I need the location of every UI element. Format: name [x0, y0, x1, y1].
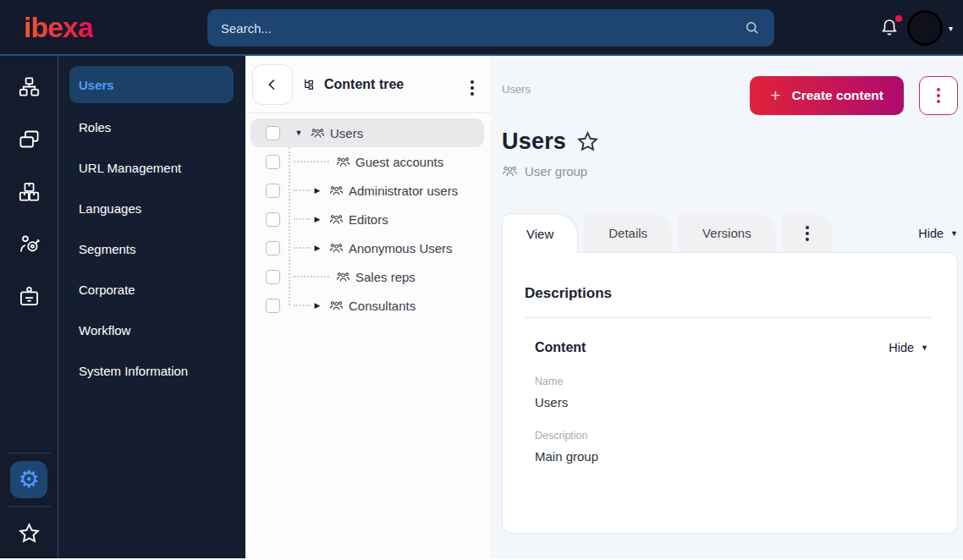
expand-caret-icon[interactable]: ▶	[312, 244, 322, 252]
tree-guide-line	[294, 276, 329, 277]
section-hide-toggle[interactable]: Hide ▼	[889, 341, 928, 354]
content-tree-header: Content tree	[245, 56, 491, 113]
tree-item[interactable]: Sales reps	[250, 262, 484, 291]
expand-caret-icon[interactable]: ▶	[312, 215, 322, 223]
user-group-icon	[329, 184, 344, 198]
tree-item[interactable]: ▶Anonymous Users	[250, 233, 484, 262]
tree-item-checkbox[interactable]	[266, 299, 280, 313]
topbar: ibexa ▾	[0, 0, 963, 56]
admin-menu: UsersRolesURL ManagementLanguagesSegment…	[58, 56, 245, 558]
tree-item-label: Consultants	[349, 299, 415, 313]
tree-item-checkbox[interactable]	[266, 212, 280, 227]
sitemap-icon	[18, 75, 41, 98]
field-description: Description Main group	[535, 430, 928, 464]
field-value: Main group	[535, 449, 928, 464]
tree-guide-line	[294, 247, 311, 249]
chevron-down-icon: ▼	[950, 229, 958, 238]
breadcrumb[interactable]: Users	[502, 83, 531, 96]
search-bar[interactable]	[207, 9, 774, 47]
section-title: Content	[535, 340, 586, 355]
boxes-icon	[18, 180, 41, 203]
sidebar-item-corporate[interactable]: Corporate	[58, 269, 245, 310]
tree-item-checkbox[interactable]	[266, 241, 280, 255]
avatar[interactable]	[910, 13, 940, 43]
sidebar-item-url-management[interactable]: URL Management	[58, 147, 245, 188]
tree-item-label: Guest accounts	[355, 155, 443, 169]
settings-button[interactable]: ⚙	[10, 461, 47, 498]
tree-item[interactable]: ▼Users	[250, 118, 484, 147]
tab-bar: ViewDetailsVersions Hide ▼	[502, 213, 958, 252]
tree-item[interactable]: Guest accounts	[250, 147, 484, 176]
notification-dot	[895, 15, 902, 22]
tree-item-checkbox[interactable]	[266, 184, 280, 198]
plus-icon: +	[770, 85, 780, 106]
content-tree-list: ▼UsersGuest accounts▶Administrator users…	[245, 113, 491, 320]
tree-item-checkbox[interactable]	[266, 126, 280, 140]
personalization-nav-button[interactable]	[10, 225, 47, 262]
tree-options-button[interactable]	[465, 69, 479, 101]
field-label: Description	[535, 430, 928, 442]
hide-toggle[interactable]: Hide ▼	[918, 227, 958, 240]
tree-item[interactable]: ▶Consultants	[250, 291, 484, 320]
badge-nav-button[interactable]	[10, 277, 47, 315]
bookmarks-button[interactable]	[10, 514, 47, 552]
tree-item[interactable]: ▶Editors	[250, 205, 484, 233]
search-icon	[744, 19, 761, 36]
collapse-caret-icon[interactable]: ▼	[294, 129, 304, 137]
card-heading: Descriptions	[525, 285, 932, 302]
pages-nav-button[interactable]	[10, 120, 47, 157]
user-group-icon	[336, 155, 350, 169]
chevron-down-icon[interactable]: ▾	[949, 24, 953, 33]
tree-item-checkbox[interactable]	[266, 155, 280, 169]
kebab-icon	[806, 226, 809, 241]
divider	[7, 506, 51, 507]
expand-caret-icon[interactable]: ▶	[312, 186, 322, 195]
tree-icon	[302, 77, 317, 92]
content-tree-title: Content tree	[302, 77, 404, 92]
boxes-nav-button[interactable]	[10, 173, 47, 210]
sidebar-item-users[interactable]: Users	[69, 66, 234, 103]
tree-item[interactable]: ▶Administrator users	[250, 176, 484, 205]
icon-sidebar: ⚙	[0, 56, 58, 558]
page-title: Users	[502, 129, 566, 155]
content-options-button[interactable]	[919, 76, 958, 115]
create-content-button[interactable]: + Create content	[750, 76, 904, 115]
tree-item-label: Editors	[349, 212, 388, 227]
tab-details[interactable]: Details	[584, 213, 672, 252]
field-name: Name Users	[535, 376, 928, 409]
tree-item-checkbox[interactable]	[266, 270, 280, 284]
kebab-icon	[937, 88, 940, 103]
content-tree-panel: Content tree ▼UsersGuest accounts▶Admini…	[245, 56, 491, 558]
tab-versions[interactable]: Versions	[678, 213, 776, 252]
sidebar-item-system-information[interactable]: System Information	[58, 350, 245, 391]
search-input[interactable]	[221, 21, 744, 36]
pages-icon	[18, 128, 41, 151]
user-group-icon	[329, 241, 344, 255]
user-group-icon	[311, 126, 325, 140]
tree-item-label: Users	[330, 126, 363, 140]
sitemap-nav-button[interactable]	[10, 68, 47, 105]
sidebar-item-languages[interactable]: Languages	[58, 188, 245, 228]
user-group-icon	[329, 299, 344, 313]
notifications-button[interactable]	[879, 17, 901, 39]
gear-icon: ⚙	[18, 468, 39, 491]
sidebar-item-segments[interactable]: Segments	[58, 228, 245, 269]
tree-item-label: Anonymous Users	[349, 241, 453, 255]
user-group-icon	[329, 212, 344, 227]
bookmark-star-icon[interactable]	[576, 130, 599, 153]
chevron-down-icon: ▼	[921, 343, 928, 352]
personalization-icon	[18, 233, 41, 255]
sidebar-item-roles[interactable]: Roles	[58, 107, 245, 147]
collapse-tree-button[interactable]	[252, 64, 293, 105]
tab-view[interactable]: View	[502, 213, 578, 253]
user-group-icon	[502, 163, 518, 179]
sidebar-item-workflow[interactable]: Workflow	[58, 310, 245, 350]
divider	[7, 453, 51, 453]
ibexa-logo[interactable]: ibexa	[24, 11, 93, 44]
badge-icon	[18, 285, 41, 308]
tab-more[interactable]	[782, 213, 833, 252]
content-type-label: User group	[502, 163, 958, 179]
main-content: Users + Create content Users User group …	[491, 56, 963, 558]
expand-caret-icon[interactable]: ▶	[312, 301, 322, 310]
chevron-left-icon	[263, 75, 282, 94]
